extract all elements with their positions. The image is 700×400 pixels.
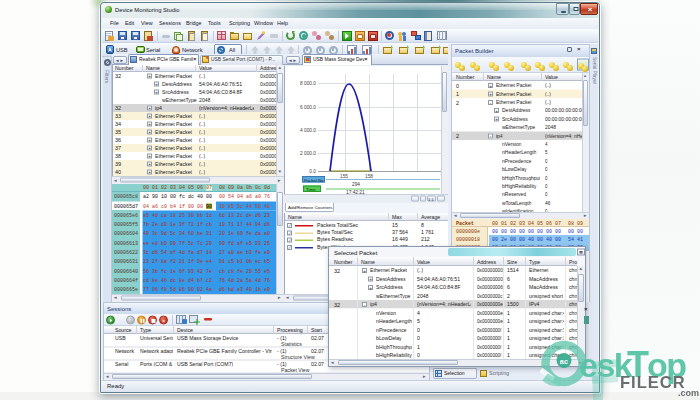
svg-text:.com: .com xyxy=(678,388,699,398)
svg-text:ac: ac xyxy=(560,357,568,366)
svg-text:FILECR: FILECR xyxy=(620,373,686,391)
